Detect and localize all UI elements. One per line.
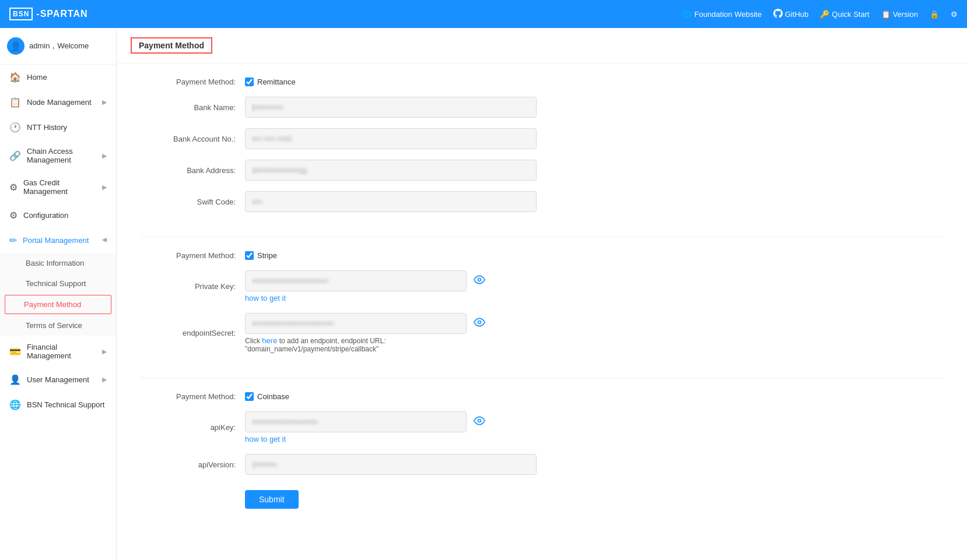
home-icon: 🏠 — [9, 72, 21, 83]
sidebar-item-bsn-support[interactable]: 🌐 BSN Technical Support — [0, 392, 116, 417]
avatar: 👤 — [7, 37, 24, 55]
sidebar-item-terms-of-service[interactable]: Terms of Service — [0, 315, 116, 336]
stripe-checkbox[interactable] — [245, 251, 254, 260]
bank-account-label: Bank Account No.: — [140, 135, 245, 143]
stripe-pm-label: Payment Method: — [140, 251, 245, 260]
main-layout: 👤 admin，Welcome 🏠 Home 📋 Node Management… — [0, 28, 967, 560]
gas-icon: ⚙ — [9, 182, 17, 193]
swift-code-row: Swift Code: — [140, 191, 944, 212]
logo-box: BSN — [9, 8, 33, 20]
stripe-checkbox-wrap: Stripe — [245, 251, 277, 260]
private-key-input-wrap — [245, 270, 537, 291]
content-header: Payment Method — [117, 28, 967, 64]
coinbase-how-to-link[interactable]: how to get it — [245, 435, 286, 443]
globe-icon: 🌐 — [682, 10, 692, 19]
stripe-section: Payment Method: Stripe Private Key: — [140, 251, 944, 378]
submit-button[interactable]: Submit — [245, 490, 299, 509]
endpoint-secret-eye-button[interactable] — [471, 316, 488, 331]
sidebar-username: admin，Welcome — [29, 41, 89, 51]
remittance-checkbox-wrap: Remittance — [245, 78, 296, 86]
bank-name-label: Bank Name: — [140, 103, 245, 112]
endpoint-secret-row: endpointSecret: Click here to add an end… — [140, 313, 944, 353]
bank-address-input[interactable] — [245, 160, 537, 181]
remittance-payment-method-row: Payment Method: Remittance — [140, 78, 944, 86]
coinbase-pm-value: Coinbase — [245, 392, 537, 401]
coinbase-checkbox[interactable] — [245, 392, 254, 401]
chevron-up-icon: ▶ — [102, 237, 107, 244]
coinbase-payment-method-row: Payment Method: Coinbase — [140, 392, 944, 401]
settings-icon-btn[interactable]: ⚙ — [951, 10, 958, 19]
bsn-icon: 🌐 — [9, 399, 21, 410]
endpoint-secret-label: endpointSecret: — [140, 329, 245, 337]
swift-code-input[interactable] — [245, 191, 537, 212]
lock-icon-btn[interactable]: 🔒 — [930, 10, 939, 19]
api-key-input-wrap — [245, 411, 537, 432]
private-key-label: Private Key: — [140, 282, 245, 291]
endpoint-secret-input-wrap — [245, 313, 537, 334]
api-key-row: apiKey: how to get it — [140, 411, 944, 443]
sidebar-menu: 🏠 Home 📋 Node Management ▶ 🕐 NTT History — [0, 65, 116, 417]
api-version-input[interactable] — [245, 454, 537, 475]
coinbase-section: Payment Method: Coinbase apiKey: — [140, 392, 944, 533]
sidebar-item-user-label: User Management — [27, 375, 89, 384]
coinbase-label: Coinbase — [257, 392, 289, 401]
api-version-row: apiVersion: — [140, 454, 944, 475]
sidebar-item-configuration[interactable]: ⚙ Configuration — [0, 203, 116, 228]
history-icon: 🕐 — [9, 122, 21, 133]
portal-icon: ✏ — [9, 235, 17, 246]
sidebar-item-home-label: Home — [27, 73, 47, 82]
sidebar-item-gas-credit[interactable]: ⚙ Gas Credit Management ▶ — [0, 171, 116, 203]
sidebar-item-gas-label: Gas Credit Management — [23, 178, 102, 196]
api-key-label: apiKey: — [140, 423, 245, 432]
stripe-payment-method-row: Payment Method: Stripe — [140, 251, 944, 260]
bank-name-input[interactable] — [245, 97, 537, 118]
foundation-website-link[interactable]: 🌐 Foundation Website — [682, 10, 761, 19]
settings-icon: ⚙ — [951, 10, 958, 19]
sidebar-item-ntt-label: NTT History — [27, 123, 67, 132]
endpoint-secret-block: Click here to add an endpoint, endpoint … — [245, 313, 537, 353]
endpoint-secret-input[interactable] — [245, 313, 467, 334]
bank-name-wrap — [245, 97, 537, 118]
header-nav: 🌐 Foundation Website GitHub 🔑 Quick Star… — [682, 9, 958, 20]
sidebar-item-ntt-history[interactable]: 🕐 NTT History — [0, 115, 116, 140]
chain-icon: 🔗 — [9, 150, 21, 161]
api-version-wrap — [245, 454, 537, 475]
chevron-right-icon-2: ▶ — [102, 152, 107, 160]
sidebar-item-chain-access[interactable]: 🔗 Chain Access Management ▶ — [0, 140, 116, 171]
version-link[interactable]: 📋 Version — [881, 10, 918, 19]
endpoint-here-link[interactable]: here — [262, 336, 277, 345]
github-link[interactable]: GitHub — [773, 9, 808, 20]
sidebar-item-config-label: Configuration — [23, 211, 68, 220]
api-key-input[interactable] — [245, 411, 467, 432]
endpoint-hint: Click here to add an endpoint, endpoint … — [245, 336, 537, 353]
private-key-eye-button[interactable] — [471, 274, 488, 288]
remittance-checkbox[interactable] — [245, 78, 254, 86]
remittance-section: Payment Method: Remittance Bank Name: — [140, 78, 944, 237]
sidebar-item-bsn-label: BSN Technical Support — [27, 400, 104, 409]
sidebar-item-chain-label: Chain Access Management — [27, 147, 102, 164]
sidebar-item-financial-management[interactable]: 💳 Financial Management ▶ — [0, 336, 116, 367]
remittance-pm-label: Payment Method: — [140, 78, 245, 86]
sidebar-item-node-management[interactable]: 📋 Node Management ▶ — [0, 90, 116, 115]
bank-account-input[interactable] — [245, 128, 537, 149]
sidebar-item-technical-support[interactable]: Technical Support — [0, 273, 116, 294]
sidebar-item-basic-information[interactable]: Basic Information — [0, 253, 116, 273]
financial-icon: 💳 — [9, 346, 21, 357]
page-title: Payment Method — [131, 37, 212, 54]
chevron-right-icon: ▶ — [102, 98, 107, 106]
private-key-how-to-link[interactable]: how to get it — [245, 294, 286, 302]
sidebar-item-portal-management[interactable]: ✏ Portal Management ▶ — [0, 228, 116, 253]
sidebar-item-payment-method[interactable]: Payment Method — [5, 295, 111, 314]
stripe-label: Stripe — [257, 251, 277, 260]
svg-point-1 — [478, 320, 481, 323]
sidebar-item-home[interactable]: 🏠 Home — [0, 65, 116, 90]
bank-account-wrap — [245, 128, 537, 149]
quickstart-link[interactable]: 🔑 Quick Start — [820, 10, 869, 19]
svg-point-2 — [478, 419, 481, 422]
content: Payment Method Payment Method: Remittanc… — [117, 28, 967, 560]
sidebar-item-user-management[interactable]: 👤 User Management ▶ — [0, 367, 116, 392]
logo-text: -SPARTAN — [36, 9, 87, 19]
github-label: GitHub — [785, 10, 808, 19]
api-key-eye-button[interactable] — [471, 415, 488, 429]
private-key-input[interactable] — [245, 270, 467, 291]
